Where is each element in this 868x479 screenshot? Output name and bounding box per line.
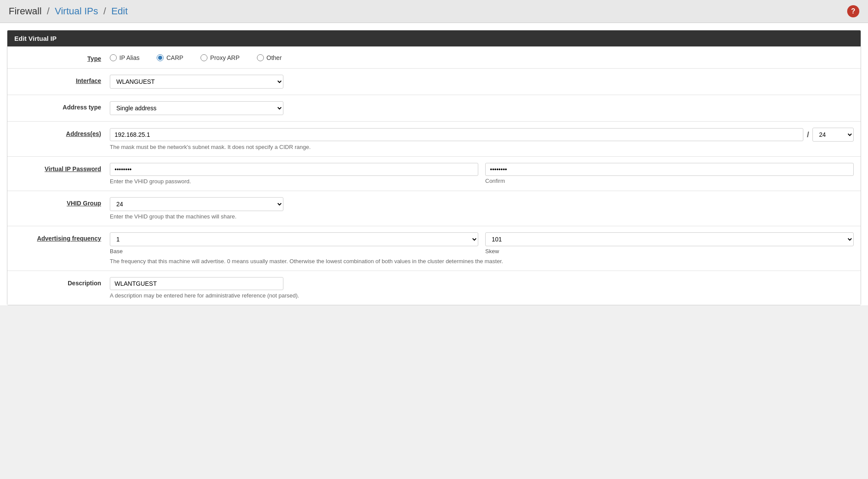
adv-freq-label: Advertising frequency [14,232,110,242]
help-icon[interactable]: ? [847,5,859,17]
freq-base-col: 1 2 3 4 5 Base [110,232,478,254]
type-radio-group: IP Alias CARP Proxy ARP Other [110,53,854,61]
type-option-other[interactable]: Other [257,54,282,61]
address-help-text: The mask must be the network's subnet ma… [110,144,854,150]
address-type-select[interactable]: Single address Network [110,101,283,115]
vhid-group-row: VHID Group 1 2 4 8 16 24 32 Enter the VH… [7,191,861,226]
interface-row: Interface WLANGUEST LAN WAN OPT1 [7,69,861,95]
description-content: A description may be entered here for ad… [110,277,854,299]
adv-freq-skew-label: Skew [485,248,854,254]
address-type-label: Address type [14,101,110,111]
description-input[interactable] [110,277,283,290]
cidr-select[interactable]: 8 16 24 32 [812,128,854,142]
interface-select[interactable]: WLANGUEST LAN WAN OPT1 [110,75,283,89]
vhid-group-label: VHID Group [14,197,110,207]
vip-password-content: Enter the VHID group password. Confirm [110,163,854,185]
password-col-confirm: Confirm [485,163,854,185]
vip-password-input[interactable] [110,163,478,176]
type-option-carp[interactable]: CARP [157,54,183,61]
address-input[interactable] [110,128,803,141]
type-radio-other[interactable] [257,54,264,61]
description-row: Description A description may be entered… [7,271,861,305]
adv-freq-base-select[interactable]: 1 2 3 4 5 [110,232,478,246]
edit-virtual-ip-panel: Edit Virtual IP Type IP Alias CARP [7,30,861,305]
breadcrumb-bar: Firewall / Virtual IPs / Edit ? [0,0,868,23]
type-option-proxyarp[interactable]: Proxy ARP [201,54,240,61]
adv-freq-content: 1 2 3 4 5 Base 0 100 [110,232,854,264]
vhid-group-content: 1 2 4 8 16 24 32 Enter the VHID group th… [110,197,854,220]
vhid-group-help: Enter the VHID group that the machines w… [110,213,854,220]
adv-freq-base-label: Base [110,248,478,254]
page-wrapper: Firewall / Virtual IPs / Edit ? Edit Vir… [0,0,868,305]
type-radio-proxyarp[interactable] [201,54,207,61]
type-label-proxyarp: Proxy ARP [210,54,240,61]
addresses-label: Address(es) [14,128,110,137]
type-content: IP Alias CARP Proxy ARP Other [110,53,854,61]
slash-separator: / [807,130,809,139]
type-radio-ipalias[interactable] [110,54,117,61]
type-row: Type IP Alias CARP Proxy ARP [7,46,861,69]
vip-password-help: Enter the VHID group password. [110,178,478,185]
address-input-row: / 8 16 24 32 [110,128,854,142]
type-label: Type [14,53,110,62]
description-help: A description may be entered here for ad… [110,292,854,299]
type-option-ipalias[interactable]: IP Alias [110,54,139,61]
breadcrumb-part2[interactable]: Virtual IPs [55,6,98,17]
breadcrumb-part3: Edit [111,6,128,17]
interface-label: Interface [14,75,110,84]
vip-password-confirm-label: Confirm [485,178,854,184]
panel-title: Edit Virtual IP [14,35,56,42]
adv-freq-skew-select[interactable]: 0 100 101 200 [485,232,854,246]
address-type-content: Single address Network [110,101,854,115]
addresses-content: / 8 16 24 32 The mask must be the networ… [110,128,854,150]
address-type-row: Address type Single address Network [7,95,861,122]
panel-heading: Edit Virtual IP [7,30,861,46]
breadcrumb-sep1: / [47,6,49,17]
freq-input-row: 1 2 3 4 5 Base 0 100 [110,232,854,254]
vip-password-confirm-input[interactable] [485,163,854,176]
freq-skew-col: 0 100 101 200 Skew [485,232,854,254]
adv-freq-help: The frequency that this machine will adv… [110,258,854,264]
type-label-carp: CARP [166,54,183,61]
vip-password-row: Virtual IP Password Enter the VHID group… [7,157,861,191]
breadcrumb: Firewall / Virtual IPs / Edit [9,6,128,17]
password-row: Enter the VHID group password. Confirm [110,163,854,185]
type-label-other: Other [266,54,282,61]
type-radio-carp[interactable] [157,54,164,61]
breadcrumb-sep2: / [103,6,106,17]
breadcrumb-part1: Firewall [9,6,42,17]
vip-password-label: Virtual IP Password [14,163,110,172]
adv-freq-row: Advertising frequency 1 2 3 4 5 Base [7,226,861,271]
vhid-group-select[interactable]: 1 2 4 8 16 24 32 [110,197,283,211]
interface-content: WLANGUEST LAN WAN OPT1 [110,75,854,89]
password-col-main: Enter the VHID group password. [110,163,478,185]
type-label-ipalias: IP Alias [119,54,139,61]
panel-body: Type IP Alias CARP Proxy ARP [7,46,861,305]
addresses-row: Address(es) / 8 16 24 32 The mask must b… [7,122,861,157]
description-label: Description [14,277,110,287]
